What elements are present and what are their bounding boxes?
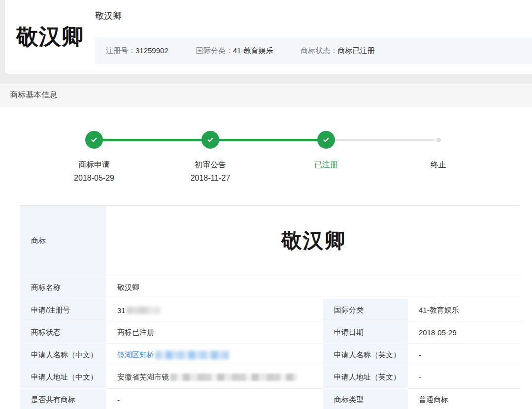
row-regno-value: 31 (106, 299, 323, 321)
info-reg-number: 注册号：31259902 (106, 46, 168, 56)
trademark-info-bar: 注册号：31259902 国际分类：41-教育娱乐 商标状态：商标已注册 (95, 37, 532, 64)
row-name-label: 商标名称 (20, 276, 106, 299)
header-right: 敬汉卿 注册号：31259902 国际分类：41-教育娱乐 商标状态：商标已注册 (95, 0, 532, 74)
timeline-step-label: 终止 (397, 160, 480, 170)
trademark-image-cell: 敬汉卿 (106, 206, 521, 276)
censored-blur (155, 351, 229, 359)
page-top-area: 敬汉卿 敬汉卿 注册号：31259902 国际分类：41-教育娱乐 商标状态：商… (0, 0, 532, 84)
info-intl-class: 国际分类：41-教育娱乐 (196, 46, 273, 56)
timeline-step-application: 商标申请 2018-05-29 (52, 131, 136, 183)
timeline-step-registered: 已注册 (284, 131, 368, 170)
row-applicanten-value: - (408, 344, 521, 366)
trademark-logo-box: 敬汉卿 (5, 0, 95, 74)
timeline-step-preliminary: 初审公告 2018-11-27 (168, 131, 252, 183)
row-name-value: 敬汉卿 (106, 276, 521, 299)
row-regno-label: 申请/注册号 (20, 299, 106, 321)
trademark-detail-table: 商标 敬汉卿 商标名称 敬汉卿 申请/注册号 31 国际分类 41-教育娱乐 商… (20, 205, 520, 409)
timeline-step-date: 2018-11-27 (168, 174, 252, 183)
page-title: 敬汉卿 (95, 9, 532, 23)
check-icon (85, 131, 103, 149)
row-type-value: 普通商标 (408, 389, 521, 409)
censored-blur (170, 374, 297, 381)
row-addresscn-label: 申请人地址（中文） (20, 366, 106, 389)
row-addressen-label: 申请人地址（英文） (323, 366, 408, 389)
trademark-header-card: 敬汉卿 敬汉卿 注册号：31259902 国际分类：41-教育娱乐 商标状态：商… (5, 0, 532, 74)
timeline-step-label: 商标申请 (52, 160, 136, 170)
row-shared-label: 是否共有商标 (20, 389, 106, 409)
row-shared-value: - (106, 389, 323, 409)
row-addresscn-value: 安徽省芜湖市镜 (106, 366, 323, 389)
check-icon (201, 131, 219, 149)
row-applydate-label: 申请日期 (323, 321, 408, 344)
row-applicanten-label: 申请人名称（英文） (323, 344, 408, 366)
timeline-step-label: 初审公告 (168, 160, 252, 170)
trademark-logo-text: 敬汉卿 (16, 22, 84, 52)
row-type-label: 商标类型 (323, 389, 408, 409)
row-intlclass-label: 国际分类 (323, 299, 408, 321)
timeline-step-date: 2018-05-29 (52, 174, 136, 183)
timeline-step-label: 已注册 (284, 160, 368, 170)
section-header: 商标基本信息 (0, 84, 532, 107)
pending-dot-icon (436, 138, 441, 142)
trademark-image-text: 敬汉卿 (281, 227, 346, 254)
row-status-value: 商标已注册 (106, 321, 323, 344)
row-trademark-label: 商标 (20, 206, 106, 276)
info-status: 商标状态：商标已注册 (300, 46, 374, 56)
section-title: 商标基本信息 (10, 90, 57, 100)
row-applicantcn-value: 镜湖区知桥 (106, 344, 323, 366)
row-intlclass-value: 41-教育娱乐 (408, 299, 521, 321)
applicant-link[interactable]: 镜湖区知桥 (117, 350, 154, 360)
check-icon (317, 131, 335, 149)
timeline-step-terminated: 终止 (397, 131, 480, 170)
basic-info-section: 商标基本信息 商标申请 2018-05-29 初审公告 2018-11-27 已… (0, 84, 532, 409)
row-addressen-value: - (408, 366, 521, 389)
row-status-label: 商标状态 (20, 321, 106, 344)
status-timeline: 商标申请 2018-05-29 初审公告 2018-11-27 已注册 终止 (0, 107, 532, 205)
row-applicantcn-label: 申请人名称（中文） (20, 344, 106, 366)
censored-blur (127, 307, 160, 314)
row-applydate-value: 2018-05-29 (408, 321, 521, 344)
